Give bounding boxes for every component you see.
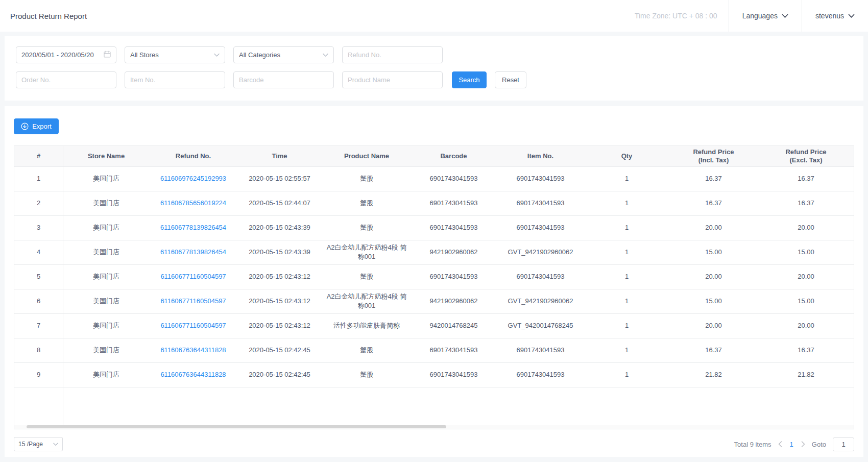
barcode-input[interactable] [239, 76, 328, 84]
date-range-input[interactable] [21, 51, 104, 59]
cell-time: 2020-05-15 02:43:12 [237, 264, 322, 289]
refund-no-link[interactable]: 611606763644311828 [160, 371, 226, 378]
refund-no-link[interactable]: 611606976245192993 [160, 175, 226, 182]
cell-product: 蟹股 [322, 166, 411, 191]
next-page-button[interactable] [801, 441, 805, 447]
export-download-icon [21, 123, 29, 130]
refund-no-link[interactable]: 611606778139826454 [160, 248, 226, 256]
cell-barcode: 6901743041593 [411, 166, 496, 191]
cell-qty: 1 [585, 338, 669, 362]
table-row: 8美国门店6116067636443118282020-05-15 02:42:… [14, 338, 854, 362]
cell-barcode: 6901743041593 [411, 191, 496, 215]
cell-barcode: 6901743041593 [411, 362, 496, 387]
cell-price-incl: 16.37 [669, 338, 758, 362]
cell-time: 2020-05-15 02:43:39 [237, 240, 322, 264]
table-row: 3美国门店6116067781398264542020-05-15 02:43:… [14, 215, 854, 240]
col-header-qty: Qty [585, 146, 669, 166]
store-select-value: All Stores [130, 51, 159, 59]
order-no-field [16, 71, 116, 88]
goto-page-input[interactable] [833, 437, 854, 451]
refund-no-link[interactable]: 611606771160504597 [160, 297, 226, 305]
refund-no-link[interactable]: 611606778139826454 [160, 224, 226, 231]
cell-index: 4 [14, 240, 63, 264]
cell-store: 美国门店 [63, 338, 150, 362]
category-select-value: All Categories [239, 51, 280, 59]
horizontal-scrollbar-thumb[interactable] [27, 425, 446, 428]
cell-product: 活性多功能皮肤膏简称 [322, 313, 411, 338]
cell-product: 蟹股 [322, 338, 411, 362]
barcode-field [233, 71, 334, 88]
cell-time: 2020-05-15 02:43:12 [237, 313, 322, 338]
export-button-label: Export [32, 123, 52, 130]
returns-table-wrap: # Store Name Refund No. Time Product Nam… [14, 145, 854, 429]
cell-store: 美国门店 [63, 191, 150, 215]
refund-no-link[interactable]: 611606771160504597 [160, 322, 226, 329]
date-range-picker[interactable] [16, 46, 116, 63]
cell-index: 1 [14, 166, 63, 191]
cell-time: 2020-05-15 02:42:45 [237, 362, 322, 387]
item-no-input[interactable] [130, 76, 220, 84]
refund-no-link[interactable]: 611606771160504597 [160, 273, 226, 280]
current-page-button[interactable]: 1 [789, 441, 794, 448]
order-no-input[interactable] [21, 76, 111, 84]
cell-store: 美国门店 [63, 313, 150, 338]
product-name-input[interactable] [348, 76, 437, 84]
cell-product: 蟹股 [322, 362, 411, 387]
cell-index: 9 [14, 362, 63, 387]
search-button[interactable]: Search [452, 71, 487, 88]
prev-page-button[interactable] [778, 441, 782, 447]
cell-item-no: 6901743041593 [496, 338, 585, 362]
cell-refund-no: 611606771160504597 [150, 264, 237, 289]
filter-panel: All Stores All Categories Search R [5, 36, 863, 101]
export-button[interactable]: Export [14, 118, 59, 134]
cell-refund-no: 611606778139826454 [150, 240, 237, 264]
horizontal-scrollbar-track[interactable] [14, 425, 854, 429]
cell-barcode: 9421902960062 [411, 240, 496, 264]
fixed-column-divider [63, 146, 63, 425]
cell-price-excl: 16.37 [758, 191, 854, 215]
cell-product: 蟹股 [322, 215, 411, 240]
cell-product: 蟹股 [322, 264, 411, 289]
cell-refund-no: 611606763644311828 [150, 338, 237, 362]
table-row: 4美国门店6116067781398264542020-05-15 02:43:… [14, 240, 854, 264]
col-header-item-no: Item No. [496, 146, 585, 166]
cell-barcode: 6901743041593 [411, 338, 496, 362]
reset-button[interactable]: Reset [495, 71, 526, 88]
refund-no-link[interactable]: 611606763644311828 [160, 346, 226, 354]
store-select[interactable]: All Stores [125, 46, 225, 63]
chevron-down-icon [848, 12, 855, 20]
cell-price-incl: 16.37 [669, 166, 758, 191]
cell-qty: 1 [585, 166, 669, 191]
cell-time: 2020-05-15 02:43:39 [237, 215, 322, 240]
refund-no-link[interactable]: 611606785656019224 [160, 199, 226, 207]
table-header-row: # Store Name Refund No. Time Product Nam… [14, 146, 854, 166]
languages-dropdown[interactable]: Languages [729, 0, 802, 32]
cell-store: 美国门店 [63, 215, 150, 240]
cell-price-incl: 20.00 [669, 215, 758, 240]
page-title: Product Return Report [10, 12, 87, 20]
cell-refund-no: 611606785656019224 [150, 191, 237, 215]
refund-no-input[interactable] [348, 51, 437, 59]
cell-refund-no: 611606976245192993 [150, 166, 237, 191]
cell-store: 美国门店 [63, 264, 150, 289]
col-header-refund-price-incl: Refund Price(Incl. Tax) [669, 146, 758, 166]
cell-price-incl: 15.00 [669, 240, 758, 264]
cell-price-excl: 16.37 [758, 166, 854, 191]
cell-refund-no: 611606778139826454 [150, 215, 237, 240]
cell-qty: 1 [585, 289, 669, 313]
cell-index: 7 [14, 313, 63, 338]
languages-label: Languages [742, 12, 778, 20]
user-dropdown[interactable]: stevenus [802, 0, 868, 32]
col-header-store-name: Store Name [63, 146, 150, 166]
page-size-value: 15 /Page [18, 441, 43, 448]
category-select[interactable]: All Categories [233, 46, 334, 63]
cell-price-incl: 20.00 [669, 264, 758, 289]
cell-price-excl: 16.37 [758, 338, 854, 362]
cell-qty: 1 [585, 215, 669, 240]
cell-price-incl: 21.82 [669, 362, 758, 387]
page-size-select[interactable]: 15 /Page [14, 437, 63, 451]
cell-item-no: GVT_9421902960062 [496, 240, 585, 264]
table-footer: 15 /Page Total 9 items 1 Goto [14, 437, 854, 451]
cell-product: 蟹股 [322, 191, 411, 215]
top-bar: Product Return Report Time Zone: UTC + 0… [0, 0, 868, 32]
